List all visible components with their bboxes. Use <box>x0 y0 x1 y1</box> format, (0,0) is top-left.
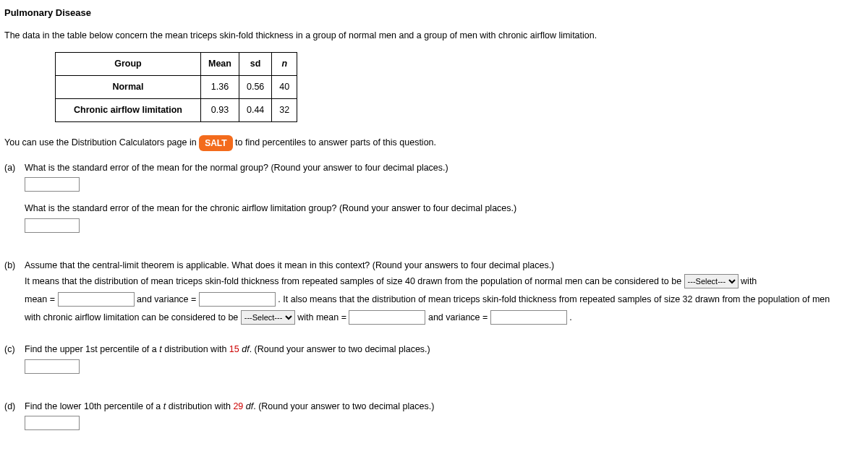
page-title: Pulmonary Disease <box>4 6 864 20</box>
part-b-var-2[interactable] <box>490 310 567 325</box>
cell-sd: 0.44 <box>239 98 271 121</box>
part-b-var-label: and variance = <box>137 294 199 304</box>
part-b-var-1[interactable] <box>199 292 276 307</box>
part-b-label: (b) <box>4 259 25 327</box>
col-n: n <box>272 53 297 76</box>
part-b-lead: Assume that the central-limit theorem is… <box>25 259 864 273</box>
data-table: Group Mean sd n Normal 1.36 0.56 40 Chro… <box>55 52 297 121</box>
cell-n: 40 <box>272 76 297 99</box>
part-b-period: . <box>569 312 571 322</box>
part-b-var-label-2: and variance = <box>428 312 490 322</box>
part-c-input[interactable] <box>25 359 80 374</box>
part-a-q2: What is the standard error of the mean f… <box>25 202 864 215</box>
cell-mean: 1.36 <box>201 76 239 99</box>
part-b-with-mean: with mean = <box>297 312 349 322</box>
part-b-select-2[interactable]: ---Select--- <box>241 310 295 325</box>
part-a-input-2[interactable] <box>25 218 80 233</box>
table-row: Chronic airflow limitation 0.93 0.44 32 <box>56 98 297 121</box>
part-a-q1: What is the standard error of the mean f… <box>25 161 864 175</box>
part-b-fill: It means that the distribution of mean t… <box>25 273 864 327</box>
salt-badge[interactable]: SALT <box>199 135 232 151</box>
table-row: Normal 1.36 0.56 40 <box>56 76 297 99</box>
cell-sd: 0.56 <box>239 76 271 99</box>
salt-post: to find percentiles to answer parts of t… <box>235 137 436 147</box>
cell-n: 32 <box>272 98 297 121</box>
part-b-select-1[interactable]: ---Select--- <box>684 274 739 288</box>
part-a-label: (a) <box>4 161 25 244</box>
part-b-mean-label: mean = <box>25 294 58 304</box>
part-b-text3: with chronic airflow limitation can be c… <box>25 312 241 322</box>
col-sd: sd <box>239 53 271 76</box>
col-group: Group <box>56 53 201 76</box>
part-b-with: with <box>741 276 757 286</box>
part-b-text2: . It also means that the distribution of… <box>278 294 830 304</box>
part-c-label: (c) <box>4 343 25 384</box>
part-d-label: (d) <box>4 400 25 441</box>
part-d-input[interactable] <box>25 416 80 430</box>
part-c-q: Find the upper 1st percentile of a t dis… <box>25 343 864 356</box>
cell-group: Chronic airflow limitation <box>56 98 201 121</box>
part-d-q: Find the lower 10th percentile of a t di… <box>25 400 864 414</box>
part-a-input-1[interactable] <box>25 177 80 192</box>
intro-text: The data in the table below concern the … <box>4 29 864 43</box>
part-b-mean-2[interactable] <box>349 310 425 325</box>
cell-group: Normal <box>56 76 201 99</box>
cell-mean: 0.93 <box>201 98 239 121</box>
part-b-text1: It means that the distribution of mean t… <box>25 276 684 286</box>
col-mean: Mean <box>201 53 239 76</box>
salt-pre: You can use the Distribution Calculators… <box>4 137 199 147</box>
salt-instruction: You can use the Distribution Calculators… <box>4 135 864 151</box>
part-b-mean-1[interactable] <box>58 292 135 307</box>
